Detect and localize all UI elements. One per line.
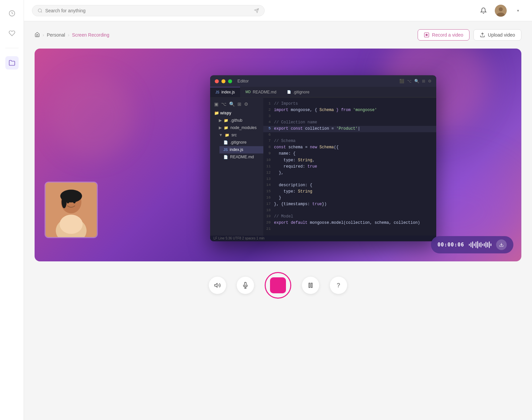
- search-input[interactable]: [45, 8, 251, 13]
- chevron-down-icon[interactable]: ▾: [512, 5, 524, 17]
- grid-icon: ⊞: [422, 79, 425, 83]
- svg-rect-24: [311, 283, 312, 287]
- pause-button[interactable]: [302, 277, 319, 294]
- camera-feed: [46, 183, 97, 237]
- sidebar: [0, 0, 24, 420]
- avatar-image: [495, 5, 507, 17]
- breadcrumb: › Personal › Screen Recording: [35, 32, 109, 38]
- header-actions: Record a video Upload video: [418, 29, 521, 41]
- recording-controls: ?: [35, 261, 521, 312]
- svg-rect-23: [309, 283, 310, 287]
- microphone-button[interactable]: [237, 277, 254, 294]
- tab-gitignore-label: .gitignore: [293, 90, 309, 94]
- tab-readme[interactable]: MD README.md: [240, 87, 282, 97]
- svg-point-18: [73, 200, 76, 204]
- upload-icon: [480, 32, 485, 38]
- statusbar-text: LF Line 5:36 UTF8 2 spaces 1 min: [213, 236, 264, 240]
- breadcrumb-personal[interactable]: Personal: [47, 32, 65, 38]
- upload-video-button[interactable]: Upload video: [473, 29, 521, 41]
- pause-icon: [307, 282, 314, 289]
- top-navigation: ▾: [24, 0, 532, 21]
- sidebar-item-favorites[interactable]: [5, 27, 19, 40]
- download-icon: [499, 242, 504, 247]
- video-container: Editor ⬛ ⌥ 🔍 ⊞ ⚙ JS index.js M: [35, 49, 521, 261]
- stop-recording-icon: [270, 277, 286, 293]
- svg-point-17: [67, 200, 69, 204]
- speaker-button[interactable]: [209, 277, 226, 294]
- svg-line-2: [41, 11, 42, 12]
- file-tree: ▣⌥🔍⊞⚙ 📁 wispy ▶ 📁 .github ▶ 📁 node_modul…: [210, 97, 263, 235]
- record-video-button[interactable]: Record a video: [418, 29, 469, 41]
- editor-window: Editor ⬛ ⌥ 🔍 ⊞ ⚙ JS index.js M: [210, 75, 436, 241]
- breadcrumb-sep-2: ›: [68, 32, 69, 38]
- breadcrumb-bar: › Personal › Screen Recording Record a v…: [35, 29, 521, 41]
- window-minimize-dot: [221, 79, 225, 83]
- tree-toolbar: ▣⌥🔍⊞⚙: [210, 100, 263, 109]
- tab-gitignore[interactable]: 📄 .gitignore: [282, 87, 315, 97]
- user-avatar[interactable]: [495, 5, 507, 17]
- audio-waveform: [469, 241, 491, 249]
- tree-root[interactable]: 📁 wispy: [210, 109, 263, 117]
- breadcrumb-home-icon[interactable]: [35, 32, 40, 38]
- settings-icon: ⚙: [428, 79, 432, 83]
- bell-icon[interactable]: [477, 5, 489, 17]
- tab-index-js[interactable]: JS index.js: [210, 87, 240, 97]
- camera-overlay: [45, 182, 98, 238]
- send-icon: [254, 8, 259, 13]
- breadcrumb-current: Screen Recording: [72, 32, 109, 38]
- tab-index-js-label: index.js: [221, 90, 235, 94]
- tree-item-github[interactable]: ▶ 📁 .github: [215, 117, 263, 124]
- tree-item-readme[interactable]: 📄 README.md: [219, 153, 263, 161]
- tree-item-node-modules[interactable]: ▶ 📁 node_modules: [215, 124, 263, 131]
- breadcrumb-sep-1: ›: [43, 32, 44, 38]
- branch-icon: ⌥: [407, 79, 412, 83]
- sidebar-item-history[interactable]: [5, 7, 19, 20]
- search-bar[interactable]: [32, 5, 265, 16]
- microphone-icon: [242, 282, 249, 289]
- tree-item-gitignore-file[interactable]: 📄 .gitignore: [219, 139, 263, 146]
- tree-icon: ⬛: [399, 79, 404, 83]
- timer-display: 00:00:06: [438, 242, 464, 248]
- svg-point-14: [62, 196, 66, 209]
- main-content: ▾ › Personal › Screen Recording Record a…: [24, 0, 532, 420]
- upload-label: Upload video: [488, 32, 515, 38]
- search-tree-icon: 🔍: [414, 79, 419, 83]
- window-close-dot: [215, 79, 219, 83]
- tree-item-src[interactable]: ▼ 📁 src: [215, 131, 263, 139]
- record-label: Record a video: [432, 32, 463, 38]
- sidebar-item-folders[interactable]: [5, 56, 19, 70]
- person-image: [46, 182, 97, 238]
- editor-title: Editor: [237, 78, 249, 83]
- tab-readme-label: README.md: [253, 90, 276, 94]
- speaker-icon: [214, 282, 221, 289]
- code-editor-area: 1// Imports 2import mongoose, { Schema }…: [263, 97, 436, 235]
- svg-point-16: [60, 214, 82, 234]
- svg-point-9: [426, 34, 427, 36]
- editor-tabs: JS index.js MD README.md 📄 .gitignore: [210, 87, 436, 97]
- timer-overlay: 00:00:06: [431, 236, 513, 253]
- help-button[interactable]: ?: [330, 277, 347, 294]
- svg-marker-20: [215, 283, 217, 287]
- page-content: › Personal › Screen Recording Record a v…: [24, 21, 532, 420]
- download-button[interactable]: [496, 239, 507, 250]
- topnav-right: ▾: [477, 5, 524, 17]
- editor-statusbar: LF Line 5:36 UTF8 2 spaces 1 min: [210, 235, 436, 241]
- editor-titlebar: Editor ⬛ ⌥ 🔍 ⊞ ⚙: [210, 75, 436, 87]
- stop-recording-button[interactable]: [265, 272, 291, 299]
- svg-point-6: [499, 7, 503, 11]
- window-maximize-dot: [228, 79, 232, 83]
- tree-item-index-js[interactable]: JS index.js: [219, 146, 263, 153]
- record-icon: [424, 32, 429, 38]
- search-icon: [38, 8, 43, 13]
- svg-point-1: [38, 9, 42, 12]
- editor-body: ▣⌥🔍⊞⚙ 📁 wispy ▶ 📁 .github ▶ 📁 node_modul…: [210, 97, 436, 235]
